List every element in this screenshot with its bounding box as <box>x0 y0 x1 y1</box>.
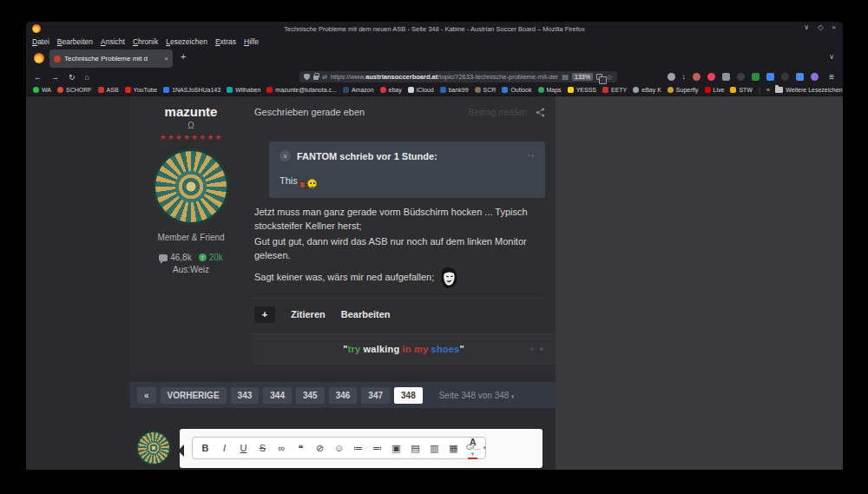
emoji-icon[interactable]: ☺ <box>334 443 344 453</box>
maximize-button[interactable]: ◇ <box>818 23 823 31</box>
close-button[interactable]: × <box>832 23 836 31</box>
underline-icon[interactable]: U <box>239 443 248 453</box>
bookmark-yesss[interactable]: YESSS <box>568 87 596 93</box>
page-button-346[interactable]: 346 <box>329 387 358 404</box>
bold-icon[interactable]: B <box>201 443 210 453</box>
bookmark-wilhaben[interactable]: Wilhaben <box>227 87 260 93</box>
quote-button[interactable]: Zitieren <box>291 309 326 319</box>
align-center-icon[interactable]: ▥ <box>430 443 439 454</box>
menu-hilfe[interactable]: Hilfe <box>244 37 259 46</box>
page-info-dropdown[interactable]: Seite 348 von 348 ▾ <box>439 391 515 400</box>
menu-extras[interactable]: Extras <box>215 37 236 46</box>
active-tab[interactable]: Technische Probleme mit d × <box>49 49 173 68</box>
shield-extension-icon[interactable] <box>667 73 675 81</box>
author-username[interactable]: mazunte <box>130 104 252 119</box>
multiquote-button[interactable]: + <box>254 306 275 323</box>
menu-ansicht[interactable]: Ansicht <box>101 37 125 46</box>
align-left-icon[interactable]: ▤ <box>411 443 420 454</box>
previous-page-button[interactable]: VORHERIGE <box>161 387 227 404</box>
menu-lesezeichen[interactable]: Lesezeichen <box>166 37 207 46</box>
bookmark-youtube[interactable]: YouTube <box>125 87 158 93</box>
remove-format-icon[interactable]: ⊘ <box>315 443 325 454</box>
signature-dropdown-icon[interactable]: ▾ <box>539 345 543 353</box>
strikethrough-icon[interactable]: S <box>258 443 267 453</box>
page-button-348-active[interactable]: 348 <box>394 387 423 404</box>
bookmark-live[interactable]: Live <box>705 87 725 93</box>
align-right-icon[interactable]: ▦ <box>449 443 458 454</box>
bookmark-stw[interactable]: STW <box>730 87 753 93</box>
bookmark-wa[interactable]: WA <box>33 87 51 93</box>
quote-collapse-icon[interactable]: ∨ <box>279 150 291 161</box>
signature-hide-icon[interactable]: × <box>529 345 534 353</box>
bookmark-ebay[interactable]: ebay <box>380 87 402 93</box>
bookmark-asb[interactable]: ASB <box>98 87 119 93</box>
post-timestamp[interactable]: Geschrieben gerade eben <box>254 107 365 117</box>
hamburger-menu-icon[interactable]: ≡ <box>829 72 834 82</box>
edit-button[interactable]: Bearbeiten <box>341 309 391 319</box>
italic-icon[interactable]: I <box>220 443 229 453</box>
numbered-list-icon[interactable]: ≕ <box>372 443 382 454</box>
preview-icon[interactable]: ▣ <box>391 443 401 454</box>
new-tab-button[interactable]: + <box>181 51 186 62</box>
bookmark-schorf[interactable]: SCHORF <box>57 87 92 93</box>
lock-icon[interactable] <box>313 76 319 80</box>
quote-reply-icon[interactable]: ↪ <box>528 151 535 161</box>
bookmarks-overflow-icon[interactable]: » <box>766 86 770 94</box>
purple-extension-icon[interactable] <box>811 73 819 81</box>
reply-editor[interactable]: B I U S ∞ ❝ ⊘ ☺ ≔ ≕ ▣ ▤ ▥ ▦ A ▾ Gr... ▾ <box>178 427 544 470</box>
bookmark-star-icon[interactable]: ☆ <box>606 73 613 82</box>
quote-author-line[interactable]: FANTOM schrieb vor 1 Stunde: <box>297 151 437 161</box>
blockquote-icon[interactable]: ❝ <box>296 443 306 454</box>
firefox-view-icon[interactable] <box>34 53 44 63</box>
link-icon[interactable]: ∞ <box>277 443 286 453</box>
bookmark-nas[interactable]: 1NASJoSHUa143 <box>163 87 220 93</box>
home-button[interactable]: ⌂ <box>85 73 89 82</box>
download-icon[interactable]: ↓ <box>682 73 687 81</box>
dark2-extension-icon[interactable] <box>781 73 789 81</box>
menu-bearbeiten[interactable]: Bearbeiten <box>57 37 93 46</box>
container-icon[interactable]: ⇄ <box>322 74 327 81</box>
pocket-extension-icon[interactable] <box>707 73 715 81</box>
tab-overflow-icon[interactable]: ∨ <box>829 53 834 61</box>
bookmark-icloud[interactable]: iCloud <box>408 87 434 93</box>
page-scrollbar[interactable] <box>837 171 843 470</box>
bookmark-ebayk[interactable]: eBay K <box>633 87 661 93</box>
camera-extension-icon[interactable] <box>722 73 730 81</box>
more-bookmarks-folder[interactable]: Weitere Lesezeichen <box>775 87 842 93</box>
bookmark-eety[interactable]: EETY <box>602 87 627 93</box>
bookmark-outlook[interactable]: Outlook <box>502 87 531 93</box>
title-bar[interactable]: Technische Probleme mit dem neuen ASB - … <box>26 22 843 36</box>
page-button-343[interactable]: 343 <box>231 387 260 404</box>
bookmark-bank99[interactable]: bank99 <box>440 87 469 93</box>
first-page-button[interactable]: « <box>137 387 156 404</box>
report-post-link[interactable]: Beitrag melden <box>469 108 527 117</box>
dark-extension-icon[interactable] <box>737 73 745 81</box>
zoom-level-badge[interactable]: 133% <box>572 73 593 81</box>
menu-chronik[interactable]: Chronik <box>133 37 158 46</box>
menu-datei[interactable]: Datei <box>32 37 49 46</box>
reader-view-icon[interactable]: ▤ <box>562 73 569 81</box>
font-size-dropdown[interactable]: Gr... ▾ <box>466 443 486 451</box>
bookmark-superfly[interactable]: Superfly <box>667 87 699 93</box>
bullet-list-icon[interactable]: ≔ <box>353 443 363 454</box>
translate-icon[interactable] <box>596 74 602 80</box>
reload-button[interactable]: ↻ <box>69 73 76 82</box>
author-avatar[interactable] <box>153 148 229 225</box>
page-button-347[interactable]: 347 <box>361 387 390 404</box>
minimize-button[interactable]: ∨ <box>804 23 809 31</box>
bookmark-scr[interactable]: SCR <box>475 87 496 93</box>
adguard-extension-icon[interactable] <box>752 73 760 81</box>
bookmark-amazon[interactable]: Amazon <box>343 87 374 93</box>
bookmark-maps[interactable]: Maps <box>538 87 562 93</box>
page-button-345[interactable]: 345 <box>296 387 325 404</box>
blue-extension-icon[interactable] <box>796 73 804 81</box>
tab-close-icon[interactable]: × <box>164 55 168 63</box>
bookmark-tutanota[interactable]: mazunte@tutanota.c... <box>266 87 337 93</box>
page-button-344[interactable]: 344 <box>263 387 292 404</box>
forward-button[interactable]: → <box>51 73 59 82</box>
url-bar[interactable]: ⇄ https://www.austriansoccerboard.at/top… <box>299 71 617 82</box>
url-text[interactable]: https://www.austriansoccerboard.at/topic… <box>331 73 559 81</box>
circle-extension-icon[interactable] <box>693 73 700 81</box>
tracking-shield-icon[interactable] <box>304 74 310 81</box>
back-button[interactable]: ← <box>34 73 42 82</box>
